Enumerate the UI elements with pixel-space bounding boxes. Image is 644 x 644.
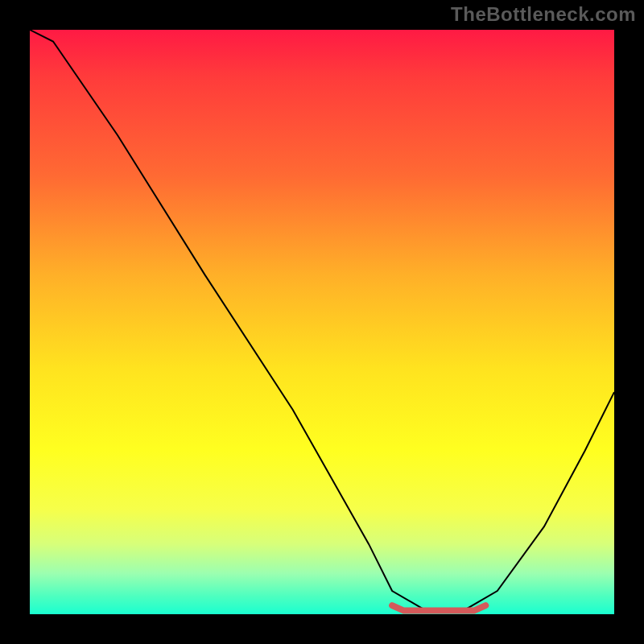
chart-plot-area bbox=[30, 30, 614, 614]
chart-svg bbox=[30, 30, 614, 614]
bottom-border bbox=[30, 614, 614, 644]
bottleneck-curve bbox=[30, 30, 614, 611]
watermark-text: TheBottleneck.com bbox=[451, 3, 636, 26]
